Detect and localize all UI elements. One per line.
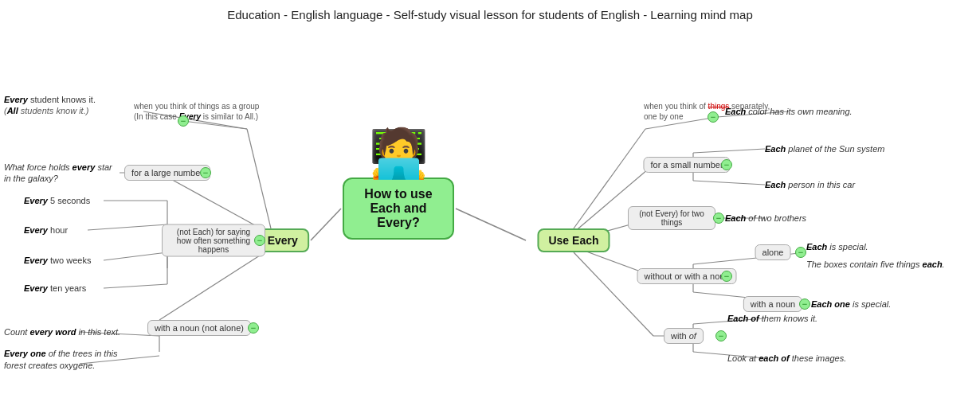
circle-minus-alone[interactable]: −	[795, 247, 806, 258]
leaf-group-note: when you think of things as a group (In …	[134, 101, 261, 122]
svg-line-29	[693, 149, 765, 153]
svg-line-2	[247, 129, 271, 228]
sub-with-noun-left: with a noun (not alone)	[147, 320, 251, 336]
sub-small-number: for a small number	[643, 157, 730, 173]
leaf-every-one: Every one of the trees in this forest cr…	[4, 348, 127, 373]
leaf-two-brothers: Each of two brothers	[725, 213, 806, 223]
svg-line-41	[693, 292, 733, 296]
leaf-twoweeks: Every two weeks	[24, 256, 91, 265]
svg-line-44	[574, 252, 653, 336]
svg-line-4	[183, 121, 247, 129]
leaf-person-car: Each person in this car	[765, 180, 855, 189]
leaf-each-images: Look at each of these images.	[727, 353, 846, 363]
circle-minus-noun-left[interactable]: −	[248, 322, 259, 334]
svg-line-30	[693, 181, 765, 185]
circle-minus-without[interactable]: −	[721, 271, 732, 282]
center-node: How to useEach and Every?	[343, 178, 454, 240]
circle-minus-large[interactable]: −	[200, 167, 211, 178]
svg-line-15	[104, 252, 167, 260]
leaf-each-one: Each one is special.	[811, 299, 891, 309]
leaf-each-of-them: Each of them knows it.	[727, 314, 817, 323]
leaf-boxes: The boxes contain five things each.	[806, 259, 945, 269]
circle-minus-small[interactable]: −	[721, 159, 732, 170]
study-figure: 🧑‍💻	[369, 125, 429, 181]
leaf-each-color: Each color has its own meaning.	[725, 107, 853, 116]
circle-minus-freq[interactable]: −	[254, 235, 265, 246]
sub-large-number: for a large number	[124, 165, 210, 181]
leaf-every-student: Every student knows it. (All students kn…	[4, 94, 96, 117]
leaf-each-special: Each is special.	[806, 242, 868, 252]
leaf-hour: Every hour	[24, 225, 68, 235]
leaf-count-word: Count every word in this text.	[4, 327, 120, 337]
use-each-node: Use Each	[537, 228, 610, 252]
circle-minus-two[interactable]: −	[713, 213, 724, 224]
leaf-planet: Each planet of the Sun system	[765, 144, 884, 154]
sub-alone: alone	[755, 244, 791, 260]
svg-line-14	[88, 224, 167, 230]
svg-line-17	[159, 248, 271, 320]
page-title: Education - English language - Self-stud…	[0, 0, 980, 21]
circle-minus-sep[interactable]: −	[708, 111, 719, 123]
sub-with-of: with of	[664, 328, 704, 344]
sub-with-noun-right: with a noun	[743, 296, 802, 312]
leaf-tenyears: Every ten years	[24, 283, 86, 293]
circle-minus-group[interactable]: −	[178, 115, 189, 127]
svg-line-1	[456, 209, 526, 240]
leaf-star: What force holds every star in the galax…	[4, 162, 116, 185]
sub-not-each: (not Each) for saying how often somethin…	[162, 224, 265, 257]
svg-line-16	[104, 284, 167, 288]
svg-line-0	[311, 209, 341, 240]
sub-not-every-two: (not Every) for two things	[628, 206, 715, 230]
circle-minus-with-noun[interactable]: −	[799, 298, 810, 310]
svg-line-38	[693, 260, 733, 264]
leaf-5sec: Every 5 seconds	[24, 196, 90, 205]
circle-minus-with-of[interactable]: −	[715, 330, 727, 341]
